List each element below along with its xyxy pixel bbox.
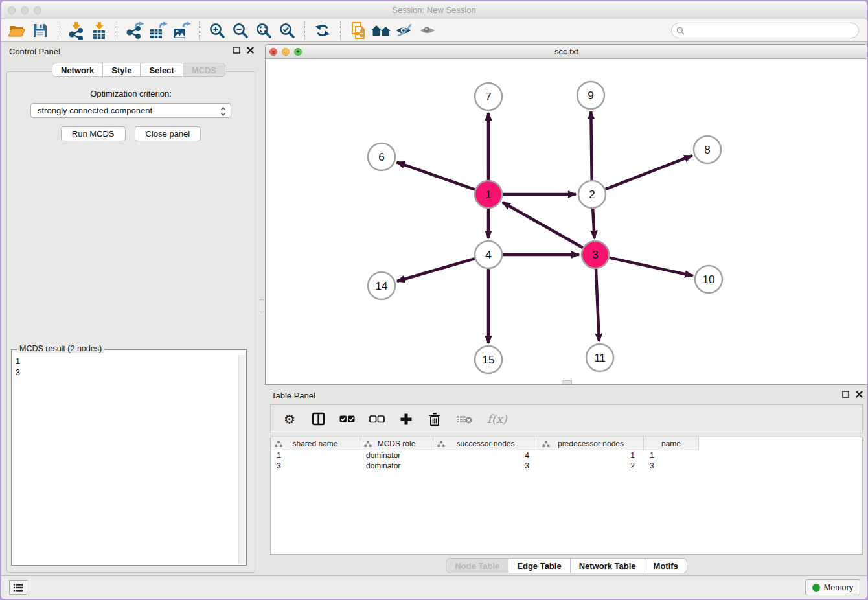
table-cell[interactable]: dominator — [360, 461, 433, 471]
panel-splitter[interactable] — [259, 42, 265, 575]
node-7[interactable]: 7 — [475, 83, 502, 110]
close-panel-icon[interactable] — [247, 47, 254, 54]
table-cell[interactable]: 3 — [271, 461, 360, 471]
splitter-handle[interactable] — [260, 299, 264, 312]
tab-motifs[interactable]: Motifs — [645, 558, 687, 573]
save-floppy-icon — [32, 23, 48, 38]
node-9[interactable]: 9 — [577, 82, 604, 109]
edge-2-9[interactable] — [591, 111, 591, 180]
delete-column-button[interactable] — [428, 412, 442, 426]
add-column-button[interactable] — [399, 413, 413, 426]
node-11[interactable]: 11 — [586, 344, 613, 371]
tab-network-table[interactable]: Network Table — [571, 558, 645, 573]
edge-2-3[interactable] — [593, 209, 594, 238]
svg-text:6: 6 — [378, 151, 384, 163]
node-8[interactable]: 8 — [694, 136, 721, 163]
zoom-out-button[interactable] — [229, 21, 252, 40]
refresh-view-button[interactable] — [311, 21, 334, 40]
tab-node-table[interactable]: Node Table — [446, 558, 508, 573]
mcds-result-text[interactable]: 1 3 — [16, 356, 237, 564]
table-rows: 1dominator4113dominator323 — [271, 450, 862, 471]
export-network-button[interactable] — [123, 21, 146, 40]
new-network-from-selection-button[interactable] — [347, 21, 370, 40]
canvas-resize-handle[interactable] — [562, 380, 572, 384]
table-cell[interactable]: 3 — [644, 461, 699, 471]
table-cell[interactable]: dominator — [360, 450, 433, 461]
delete-table-icon — [456, 414, 473, 424]
table-cell[interactable]: 3 — [433, 461, 538, 471]
task-history-button[interactable] — [9, 580, 27, 595]
column-header-successor-nodes[interactable]: successor nodes — [433, 437, 538, 450]
table-settings-button[interactable]: ⚙ — [282, 411, 297, 427]
optimization-criterion-label: Optimization criterion: — [7, 89, 255, 98]
delete-table-button[interactable] — [456, 414, 473, 424]
memory-button[interactable]: Memory — [805, 579, 860, 595]
table-cell[interactable]: 1 — [271, 450, 360, 461]
network-graph[interactable]: 7968124314101511 — [266, 59, 867, 384]
control-panel: Control Panel NetworkStyleSelectMCDS Opt… — [3, 43, 259, 574]
tab-mcds[interactable]: MCDS — [183, 63, 225, 77]
network-canvas[interactable]: 7968124314101511 — [266, 59, 867, 384]
show-column-button[interactable] — [311, 412, 325, 426]
node-1[interactable]: 1 — [475, 181, 502, 208]
search-input[interactable] — [688, 26, 858, 35]
node-6[interactable]: 6 — [368, 143, 395, 170]
edge-3-10[interactable] — [609, 258, 692, 276]
column-header-predecessor-nodes[interactable]: predecessor nodes — [538, 437, 644, 450]
deselect-all-rows-button[interactable] — [369, 415, 385, 423]
hierarchy-icon — [437, 440, 445, 448]
column-header-mcds-role[interactable]: MCDS role — [360, 437, 433, 450]
table-cell[interactable]: 1 — [644, 450, 699, 461]
tab-select[interactable]: Select — [141, 63, 183, 77]
eye-icon — [418, 23, 438, 38]
table-row[interactable]: 1dominator411 — [271, 450, 862, 461]
open-file-button[interactable] — [5, 21, 29, 40]
edge-3-1[interactable] — [503, 202, 583, 248]
zoom-selected-button[interactable] — [275, 21, 299, 40]
run-mcds-button[interactable]: Run MCDS — [61, 126, 126, 141]
float-panel-icon[interactable] — [842, 391, 849, 398]
node-10[interactable]: 10 — [695, 266, 722, 293]
node-14[interactable]: 14 — [368, 272, 395, 299]
column-header-name[interactable]: name — [644, 437, 699, 450]
hide-selected-button[interactable] — [393, 21, 417, 40]
tab-edge-table[interactable]: Edge Table — [508, 558, 570, 573]
tab-style[interactable]: Style — [103, 63, 141, 77]
save-session-button[interactable] — [29, 21, 52, 40]
edge-3-11[interactable] — [596, 269, 599, 341]
zoom-selected-icon — [279, 22, 295, 39]
node-4[interactable]: 4 — [475, 241, 502, 268]
hierarchy-icon — [364, 440, 372, 448]
show-all-button[interactable] — [417, 21, 440, 40]
import-network-button[interactable] — [64, 21, 87, 40]
zoom-fit-button[interactable] — [252, 21, 275, 40]
float-panel-icon[interactable] — [233, 47, 240, 54]
first-neighbors-button[interactable] — [370, 21, 393, 40]
edge-2-8[interactable] — [606, 156, 692, 189]
select-all-rows-button[interactable] — [339, 415, 355, 423]
close-panel-button[interactable]: Close panel — [135, 126, 201, 141]
import-table-icon — [90, 22, 108, 40]
edge-1-6[interactable] — [397, 162, 475, 189]
close-panel-icon[interactable] — [856, 391, 863, 398]
column-header-shared-name[interactable]: shared name — [271, 437, 360, 450]
hierarchy-icon — [275, 440, 282, 448]
function-builder-button[interactable]: f(x) — [487, 412, 507, 426]
zoom-in-button[interactable] — [205, 21, 229, 40]
export-table-button[interactable] — [146, 21, 170, 40]
node-15[interactable]: 15 — [475, 346, 502, 373]
search-box[interactable] — [671, 23, 859, 38]
optimization-criterion-select[interactable]: strongly connected component — [30, 103, 231, 118]
export-image-button[interactable] — [170, 21, 193, 40]
table-cell[interactable]: 1 — [538, 450, 644, 461]
node-2[interactable]: 2 — [578, 181, 606, 208]
table-row[interactable]: 3dominator323 — [271, 461, 862, 471]
import-table-button[interactable] — [87, 21, 111, 40]
edge-4-14[interactable] — [397, 259, 475, 281]
table-cell[interactable]: 4 — [433, 450, 538, 461]
node-3[interactable]: 3 — [582, 241, 609, 268]
toolbar-separator — [340, 21, 341, 40]
tab-network[interactable]: Network — [52, 63, 103, 77]
result-scrollbar[interactable] — [238, 355, 245, 564]
table-cell[interactable]: 2 — [538, 461, 644, 471]
